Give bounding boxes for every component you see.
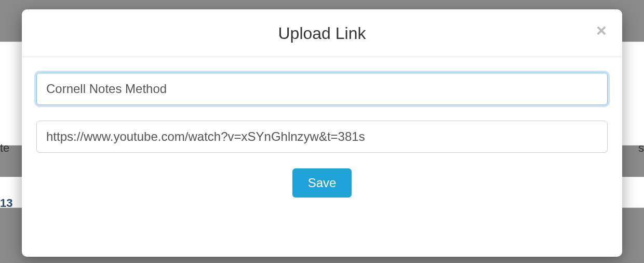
link-title-input[interactable] (36, 73, 608, 105)
save-button[interactable]: Save (292, 168, 352, 198)
background-text-fragment: te (0, 141, 9, 155)
modal-body: Save (22, 57, 622, 218)
background-text-fragment: s (638, 141, 644, 155)
upload-link-modal: Upload Link × Save (22, 9, 622, 257)
close-button[interactable]: × (592, 21, 611, 40)
modal-title: Upload Link (32, 24, 612, 43)
close-icon: × (596, 21, 607, 39)
link-url-input[interactable] (36, 121, 608, 153)
background-text-fragment: 13 (0, 196, 12, 210)
modal-header: Upload Link × (22, 9, 622, 57)
